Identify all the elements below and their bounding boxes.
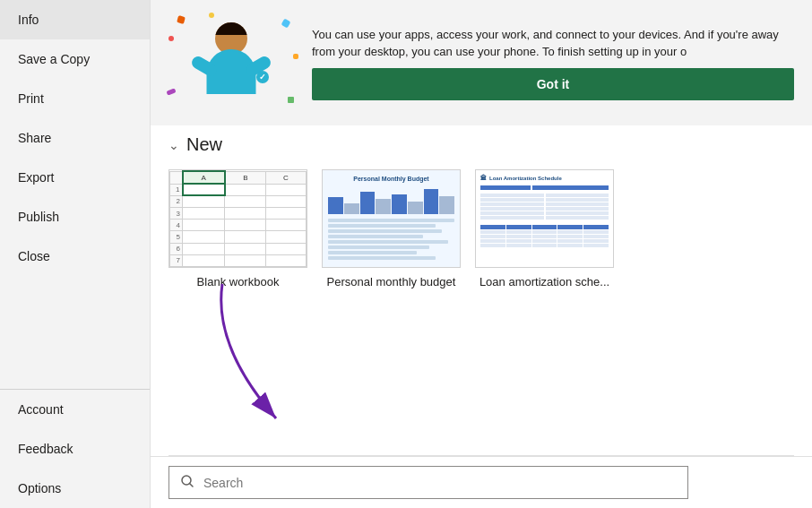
budget-line xyxy=(328,251,417,254)
bar xyxy=(360,192,376,214)
bar xyxy=(424,189,439,214)
table-row: 3 xyxy=(170,207,307,219)
sidebar-item-label: Close xyxy=(18,249,50,263)
bar xyxy=(376,199,391,214)
sidebar-item-label: Info xyxy=(18,13,39,27)
col-a: A xyxy=(183,171,225,184)
budget-line xyxy=(328,240,448,244)
sidebar-item-label: Feedback xyxy=(18,442,73,456)
bar xyxy=(328,197,343,214)
budget-line xyxy=(328,256,436,260)
budget-line xyxy=(328,219,454,222)
template-label: Loan amortization sche... xyxy=(479,275,609,288)
loan-icon: 🏛 xyxy=(480,175,487,181)
checkmark-badge: ✓ xyxy=(256,71,269,83)
confetti-6 xyxy=(288,97,294,103)
corner-cell xyxy=(170,171,183,184)
table-row: 6 xyxy=(170,243,307,254)
loan-two-col xyxy=(480,194,609,220)
budget-line xyxy=(328,245,429,249)
sidebar-item-label: Print xyxy=(18,91,44,106)
sidebar-bottom: Account Feedback Options xyxy=(0,389,150,508)
sidebar-item-save-copy[interactable]: Save a Copy xyxy=(0,39,150,79)
sidebar-item-label: Options xyxy=(18,481,61,495)
banner: ✓ You can use your apps, access your wor… xyxy=(151,0,812,125)
template-loan-amortization[interactable]: 🏛 Loan Amortization Schedule xyxy=(475,169,614,288)
budget-line xyxy=(328,224,436,228)
loan-col-left xyxy=(480,194,544,220)
confetti-4 xyxy=(168,36,174,41)
confetti-2 xyxy=(209,13,214,18)
sidebar-item-publish[interactable]: Publish xyxy=(0,197,150,237)
bar xyxy=(392,194,407,214)
new-section-title: New xyxy=(186,134,222,155)
table-row: 2 xyxy=(170,195,307,207)
person-figure: ✓ xyxy=(195,22,267,112)
sidebar: Info Save a Copy Print Share Export Publ… xyxy=(0,0,151,508)
loan-col-right xyxy=(546,194,609,220)
banner-illustration: ✓ xyxy=(160,9,303,116)
table-row: 5 xyxy=(170,231,307,243)
chevron-down-icon: ⌄ xyxy=(168,138,179,152)
loan-header-row xyxy=(480,185,609,190)
blank-workbook-thumb: A B C 1 xyxy=(168,169,307,268)
svg-line-1 xyxy=(190,484,194,487)
sidebar-item-info[interactable]: Info xyxy=(0,0,150,39)
budget-chart xyxy=(328,185,454,216)
confetti-3 xyxy=(281,19,291,29)
sidebar-item-print[interactable]: Print xyxy=(0,79,150,118)
confetti-7 xyxy=(293,54,298,59)
bar xyxy=(408,202,423,214)
budget-line xyxy=(328,235,423,238)
sidebar-item-feedback[interactable]: Feedback xyxy=(0,429,150,469)
banner-text: You can use your apps, access your work,… xyxy=(312,26,794,61)
col-b: B xyxy=(225,171,265,184)
table-row: 1 xyxy=(170,184,307,195)
sidebar-item-label: Share xyxy=(18,131,51,145)
sidebar-spacer xyxy=(0,276,150,389)
main-content: ✓ You can use your apps, access your wor… xyxy=(151,0,812,508)
loan-title: Loan Amortization Schedule xyxy=(489,176,562,181)
banner-content: You can use your apps, access your work,… xyxy=(312,26,794,100)
template-blank-workbook[interactable]: A B C 1 xyxy=(168,169,307,288)
template-label: Personal monthly budget xyxy=(327,275,456,288)
col-c: C xyxy=(265,171,306,184)
confetti-5 xyxy=(166,88,176,95)
sidebar-item-label: Publish xyxy=(18,210,59,224)
template-monthly-budget[interactable]: Personal Monthly Budget xyxy=(322,169,461,288)
confetti-1 xyxy=(177,15,186,24)
sidebar-item-label: Account xyxy=(18,402,64,417)
bar xyxy=(344,203,359,214)
search-icon xyxy=(180,474,194,491)
sidebar-item-share[interactable]: Share xyxy=(0,118,150,158)
loan-table xyxy=(480,225,609,247)
sidebar-item-options[interactable]: Options xyxy=(0,469,150,508)
budget-lines xyxy=(328,219,454,260)
sidebar-item-export[interactable]: Export xyxy=(0,158,150,197)
sidebar-item-label: Save a Copy xyxy=(18,52,90,66)
templates-row: A B C 1 xyxy=(168,169,794,288)
loan-header: 🏛 Loan Amortization Schedule xyxy=(480,175,609,181)
template-label: Blank workbook xyxy=(197,275,280,288)
loan-amortization-thumb: 🏛 Loan Amortization Schedule xyxy=(475,169,614,268)
new-header: ⌄ New xyxy=(168,134,794,155)
sidebar-item-close[interactable]: Close xyxy=(0,237,150,276)
budget-line xyxy=(328,229,442,233)
bar xyxy=(439,196,454,214)
search-bar[interactable] xyxy=(168,466,688,499)
new-section: ⌄ New A B C xyxy=(151,125,812,455)
got-it-button[interactable]: Got it xyxy=(312,68,794,100)
search-bar-container xyxy=(151,456,812,508)
budget-title: Personal Monthly Budget xyxy=(328,176,454,182)
sidebar-item-account[interactable]: Account xyxy=(0,390,150,429)
table-row: 4 xyxy=(170,220,307,231)
monthly-budget-thumb: Personal Monthly Budget xyxy=(322,169,461,268)
sidebar-item-label: Export xyxy=(18,170,54,185)
search-input[interactable] xyxy=(203,476,677,490)
table-row: 7 xyxy=(170,254,307,266)
